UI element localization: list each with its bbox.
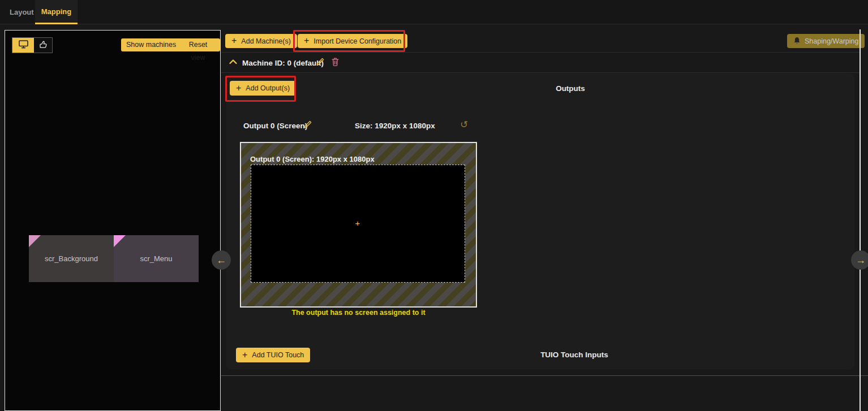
screen-tile-label: scr_Background xyxy=(45,254,98,263)
pencil-icon xyxy=(315,60,325,68)
add-outputs-button[interactable]: + Add Output(s) xyxy=(230,81,296,96)
shaping-warping-button[interactable]: Shaping/Warping xyxy=(787,34,865,48)
collapse-left-panel-button[interactable]: ← xyxy=(212,250,231,270)
add-outputs-label: Add Output(s) xyxy=(246,84,290,92)
plus-icon: + xyxy=(231,36,237,45)
view-toggle-group xyxy=(12,37,53,53)
screen-tile-label: scr_Menu xyxy=(140,254,172,263)
tab-layout[interactable]: Layout xyxy=(5,0,39,24)
add-tuio-touch-label: Add TUIO Touch xyxy=(252,351,304,359)
pencil-icon xyxy=(303,123,312,131)
thumbs-up-icon xyxy=(39,40,48,51)
refresh-icon: ↺ xyxy=(460,119,468,130)
thumbs-up-view-toggle[interactable] xyxy=(34,38,52,53)
show-machines-button[interactable]: Show machines xyxy=(121,38,181,51)
tab-mapping[interactable]: Mapping xyxy=(35,0,78,24)
output-size: Size: 1920px x 1080px xyxy=(355,122,435,130)
import-device-configuration-button[interactable]: + Import Device Configuration xyxy=(298,34,407,48)
output-preview-area[interactable]: Output 0 (Screen): 1920px x 1080px + xyxy=(240,142,477,308)
shaping-warping-label: Shaping/Warping xyxy=(805,37,858,45)
layout-canvas-panel: Show machines Reset view scr_Background … xyxy=(5,30,221,411)
expand-right-panel-button[interactable]: → xyxy=(851,250,868,270)
arrow-left-icon: ← xyxy=(216,254,226,266)
edit-output-button[interactable] xyxy=(303,120,312,131)
screen-tile-menu[interactable]: scr_Menu xyxy=(114,235,199,282)
delete-machine-button[interactable] xyxy=(331,57,340,68)
right-panel-border xyxy=(860,29,861,411)
no-screen-warning: The output has no screen assigned to it xyxy=(240,309,477,317)
plus-icon: + xyxy=(242,351,247,360)
output-name: Output 0 (Screen) xyxy=(243,122,307,130)
collapse-machine-button[interactable] xyxy=(229,58,238,67)
reset-view-button[interactable]: Reset view xyxy=(176,38,220,51)
corner-pink-triangle xyxy=(114,235,126,247)
machine-title: Machine ID: 0 (default) xyxy=(242,59,324,67)
corner-pink-triangle xyxy=(29,235,41,247)
edit-machine-button[interactable] xyxy=(315,57,325,68)
import-device-configuration-label: Import Device Configuration xyxy=(313,37,401,45)
chevron-up-icon xyxy=(229,58,238,67)
tab-bar: Layout Mapping xyxy=(0,0,868,24)
plus-icon: + xyxy=(236,84,241,93)
refresh-output-button[interactable]: ↺ xyxy=(460,119,468,131)
monitor-view-toggle[interactable] xyxy=(12,38,34,53)
add-machines-button[interactable]: + Add Machine(s) xyxy=(225,34,297,48)
add-machines-label: Add Machine(s) xyxy=(241,37,291,45)
bell-icon xyxy=(793,37,801,46)
divider xyxy=(221,72,860,73)
plus-icon: + xyxy=(352,218,363,229)
outputs-section-header: Outputs xyxy=(531,84,610,93)
arrow-right-icon: → xyxy=(856,254,866,266)
trash-icon xyxy=(331,59,340,68)
tuio-touch-inputs-header: TUIO Touch Inputs xyxy=(535,351,614,359)
plus-icon: + xyxy=(304,36,309,45)
monitor-icon xyxy=(19,40,28,51)
screen-tile-background[interactable]: scr_Background xyxy=(29,235,114,282)
output-preview-label: Output 0 (Screen): 1920px x 1080px xyxy=(250,155,375,163)
divider xyxy=(221,52,860,53)
divider xyxy=(221,375,868,376)
add-tuio-touch-button[interactable]: + Add TUIO Touch xyxy=(236,348,310,362)
